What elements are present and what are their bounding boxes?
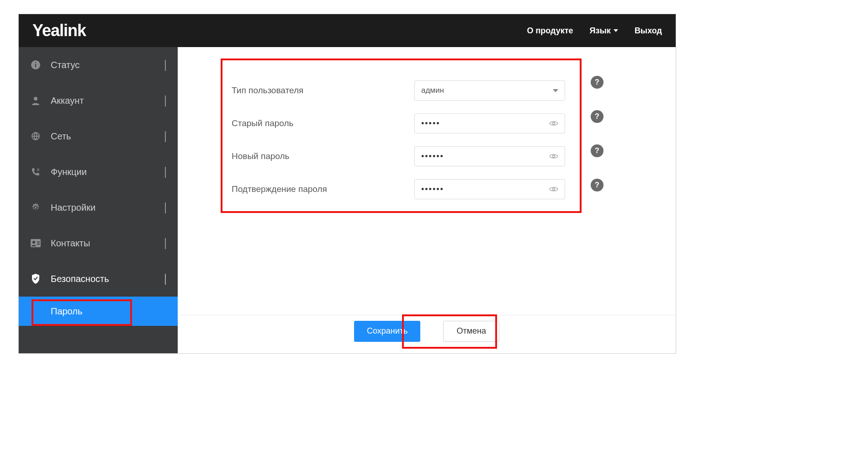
confirm-password-field[interactable] — [421, 185, 549, 194]
content-area: Тип пользователя админ Старый пароль — [178, 47, 676, 353]
sidebar-subitem-password[interactable]: Пароль — [19, 297, 178, 326]
sidebar-item-status[interactable]: Статус — [19, 47, 178, 83]
chevron-down-icon — [165, 60, 166, 70]
sidebar-item-label: Аккаунт — [51, 96, 84, 106]
chevron-down-icon — [165, 238, 166, 249]
old-password-field[interactable] — [421, 119, 549, 128]
help-icon[interactable]: ? — [591, 179, 603, 191]
chevron-down-icon — [165, 131, 166, 142]
svg-point-15 — [553, 188, 555, 191]
svg-rect-5 — [37, 169, 39, 169]
svg-point-9 — [32, 241, 35, 244]
sidebar-item-security[interactable]: Безопасность — [19, 261, 178, 297]
sidebar-item-account[interactable]: Аккаунт — [19, 83, 178, 118]
old-password-label: Старый пароль — [232, 118, 414, 128]
help-icon[interactable]: ? — [591, 144, 603, 157]
globe-icon — [31, 131, 41, 141]
svg-rect-12 — [37, 244, 40, 245]
old-password-input[interactable] — [414, 113, 565, 133]
user-type-label: Тип пользователя — [232, 85, 414, 96]
sidebar-item-label: Статус — [51, 60, 79, 70]
chevron-down-icon — [553, 89, 558, 92]
brand-logo: Yealink — [32, 21, 86, 40]
svg-rect-6 — [37, 170, 39, 170]
help-icon[interactable]: ? — [591, 110, 603, 123]
shield-icon — [31, 274, 41, 284]
sidebar-item-label: Настройки — [51, 202, 95, 213]
sidebar-item-label: Контакты — [51, 238, 90, 249]
svg-rect-7 — [37, 170, 39, 171]
sidebar-item-label: Безопасность — [51, 274, 109, 284]
sidebar-item-label: Пароль — [51, 306, 82, 317]
chevron-down-icon — [165, 202, 166, 213]
svg-rect-2 — [35, 62, 36, 63]
contacts-icon — [31, 238, 41, 248]
new-password-input[interactable] — [414, 146, 565, 166]
chevron-down-icon — [614, 29, 618, 32]
phone-icon — [31, 167, 41, 177]
sidebar-item-features[interactable]: Функции — [19, 154, 178, 190]
language-dropdown[interactable]: Язык — [590, 26, 618, 36]
confirm-password-label: Подтверждение пароля — [232, 184, 414, 194]
sidebar-item-contacts[interactable]: Контакты — [19, 225, 178, 261]
about-link[interactable]: О продукте — [527, 26, 573, 36]
chevron-down-icon — [165, 96, 166, 106]
logout-link[interactable]: Выход — [635, 26, 662, 36]
info-icon — [31, 60, 41, 70]
new-password-label: Новый пароль — [232, 151, 414, 161]
sidebar-item-label: Сеть — [51, 131, 71, 142]
user-type-select[interactable]: админ — [414, 80, 565, 101]
cancel-button[interactable]: Отмена — [443, 321, 499, 342]
user-icon — [31, 96, 41, 106]
eye-icon[interactable] — [549, 120, 558, 127]
svg-rect-1 — [35, 64, 36, 67]
confirm-password-input[interactable] — [414, 179, 565, 199]
help-icon[interactable]: ? — [591, 76, 603, 89]
sidebar: Статус Аккаунт Сеть — [19, 47, 178, 353]
svg-point-13 — [553, 122, 555, 125]
save-button[interactable]: Сохранить — [354, 321, 420, 342]
password-form-highlight: Тип пользователя админ Старый пароль — [221, 58, 582, 213]
user-type-value: админ — [421, 86, 444, 95]
svg-point-3 — [34, 97, 37, 101]
footer: Сохранить Отмена — [178, 315, 676, 347]
svg-rect-10 — [37, 241, 40, 242]
chevron-up-icon — [165, 274, 166, 284]
eye-icon[interactable] — [549, 153, 558, 159]
svg-point-14 — [553, 155, 555, 158]
sidebar-item-network[interactable]: Сеть — [19, 118, 178, 154]
gear-icon — [31, 202, 41, 213]
new-password-field[interactable] — [421, 152, 549, 161]
chevron-down-icon — [165, 167, 166, 177]
header: Yealink О продукте Язык Выход — [19, 14, 676, 47]
svg-rect-11 — [37, 243, 40, 244]
sidebar-item-label: Функции — [51, 167, 87, 177]
eye-icon[interactable] — [549, 186, 558, 192]
sidebar-item-settings[interactable]: Настройки — [19, 190, 178, 225]
